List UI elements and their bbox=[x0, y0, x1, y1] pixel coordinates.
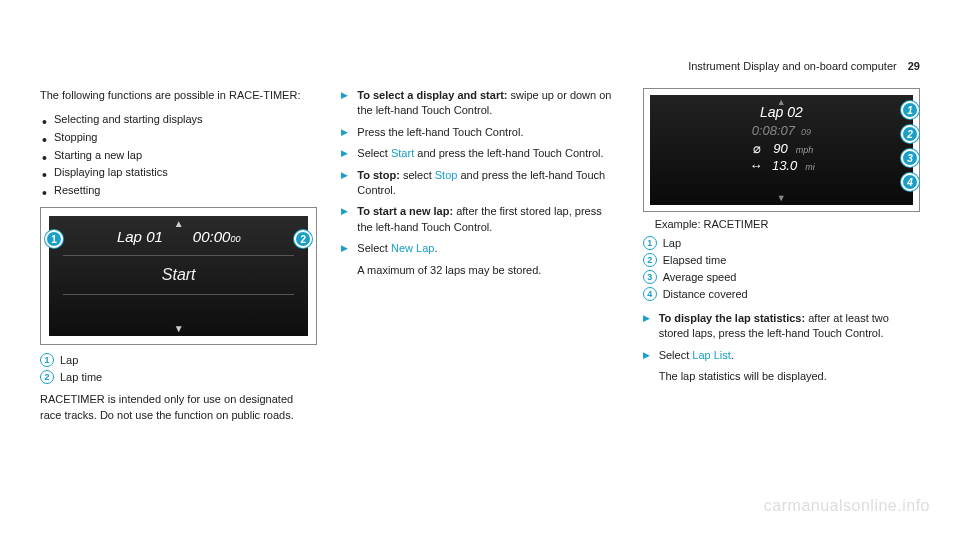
legend-text: Elapsed time bbox=[663, 254, 727, 266]
content-columns: The following functions are possible in … bbox=[40, 88, 920, 431]
callout-2: 2 bbox=[294, 230, 312, 248]
legend-num: 1 bbox=[643, 236, 657, 250]
callout-3: 3 bbox=[901, 149, 919, 167]
legend-text: Lap bbox=[60, 354, 78, 366]
watermark: carmanualsonline.info bbox=[764, 497, 930, 515]
page-number: 29 bbox=[908, 60, 920, 72]
header-title: Instrument Display and on-board computer bbox=[688, 60, 897, 72]
legend-num: 2 bbox=[40, 370, 54, 384]
distance-row: ↔ 13.0 mi bbox=[660, 158, 903, 173]
instruction-item: Select Start and press the left-hand Tou… bbox=[341, 146, 618, 161]
list-item: Starting a new lap bbox=[40, 147, 317, 165]
sub-note: A maximum of 32 laps may be stored. bbox=[341, 263, 618, 278]
instruction-item: To display the lap statistics: after at … bbox=[643, 311, 920, 342]
chevron-up-icon: ▲ bbox=[174, 218, 184, 229]
racetimer-screen-1: ▲ Lap 01 00:0000 Start ▼ 1 2 bbox=[49, 216, 308, 336]
chevron-down-icon: ▼ bbox=[174, 323, 184, 334]
legend-num: 2 bbox=[643, 253, 657, 267]
figure-1-legend: 1 Lap 2 Lap time bbox=[40, 353, 317, 384]
instruction-item: Press the left-hand Touch Control. bbox=[341, 125, 618, 140]
legend-item: 1 Lap bbox=[40, 353, 317, 367]
legend-num: 4 bbox=[643, 287, 657, 301]
divider bbox=[63, 294, 294, 295]
page-header: Instrument Display and on-board computer… bbox=[688, 60, 920, 72]
legend-item: 3 Average speed bbox=[643, 270, 920, 284]
instruction-item: To start a new lap: after the first stor… bbox=[341, 204, 618, 235]
instruction-item: To select a display and start: swipe up … bbox=[341, 88, 618, 119]
list-item: Selecting and starting displays bbox=[40, 111, 317, 129]
callout-4: 4 bbox=[901, 173, 919, 191]
column-1: The following functions are possible in … bbox=[40, 88, 317, 431]
legend-text: Lap time bbox=[60, 371, 102, 383]
racetimer-screen-2: ▲ Lap 02 0:08:0709 ⌀ 90 mph ↔ 13.0 mi ▼ … bbox=[650, 95, 913, 205]
callout-1: 1 bbox=[901, 101, 919, 119]
legend-num: 1 bbox=[40, 353, 54, 367]
chevron-down-icon: ▼ bbox=[777, 193, 786, 203]
column-3: ▲ Lap 02 0:08:0709 ⌀ 90 mph ↔ 13.0 mi ▼ … bbox=[643, 88, 920, 431]
instruction-list-2: To display the lap statistics: after at … bbox=[643, 311, 920, 363]
legend-item: 2 Lap time bbox=[40, 370, 317, 384]
instruction-list: To select a display and start: swipe up … bbox=[341, 88, 618, 257]
sub-note-2: The lap statistics will be displayed. bbox=[643, 369, 920, 384]
figure-2-legend: 1 Lap 2 Elapsed time 3 Average speed 4 D… bbox=[643, 236, 920, 301]
figure-2: ▲ Lap 02 0:08:0709 ⌀ 90 mph ↔ 13.0 mi ▼ … bbox=[643, 88, 920, 212]
list-item: Stopping bbox=[40, 129, 317, 147]
chevron-up-icon: ▲ bbox=[777, 97, 786, 107]
legend-text: Average speed bbox=[663, 271, 737, 283]
instruction-item: Select New Lap. bbox=[341, 241, 618, 256]
column-2: To select a display and start: swipe up … bbox=[341, 88, 618, 431]
callout-2: 2 bbox=[901, 125, 919, 143]
intro-text: The following functions are possible in … bbox=[40, 88, 317, 103]
divider bbox=[63, 255, 294, 256]
lap-time: 00:0000 bbox=[193, 228, 241, 245]
legend-item: 4 Distance covered bbox=[643, 287, 920, 301]
legend-text: Lap bbox=[663, 237, 681, 249]
list-item: Displaying lap statistics bbox=[40, 164, 317, 182]
legend-text: Distance covered bbox=[663, 288, 748, 300]
average-icon: ⌀ bbox=[749, 141, 765, 156]
figure-2-caption: Example: RACETIMER bbox=[643, 218, 920, 230]
functions-list: Selecting and starting displays Stopping… bbox=[40, 111, 317, 199]
list-item: Resetting bbox=[40, 182, 317, 200]
lap-label: Lap 01 bbox=[117, 228, 163, 245]
start-label: Start bbox=[49, 266, 308, 284]
instruction-item: To stop: select Stop and press the left-… bbox=[341, 168, 618, 199]
avg-speed-row: ⌀ 90 mph bbox=[660, 141, 903, 156]
elapsed-time: 0:08:0709 bbox=[660, 123, 903, 138]
legend-item: 1 Lap bbox=[643, 236, 920, 250]
callout-1: 1 bbox=[45, 230, 63, 248]
note-text: RACETIMER is intended only for use on de… bbox=[40, 392, 317, 423]
distance-icon: ↔ bbox=[748, 158, 764, 173]
instruction-item: Select Lap List. bbox=[643, 348, 920, 363]
legend-item: 2 Elapsed time bbox=[643, 253, 920, 267]
figure-1: ▲ Lap 01 00:0000 Start ▼ 1 2 bbox=[40, 207, 317, 345]
legend-num: 3 bbox=[643, 270, 657, 284]
